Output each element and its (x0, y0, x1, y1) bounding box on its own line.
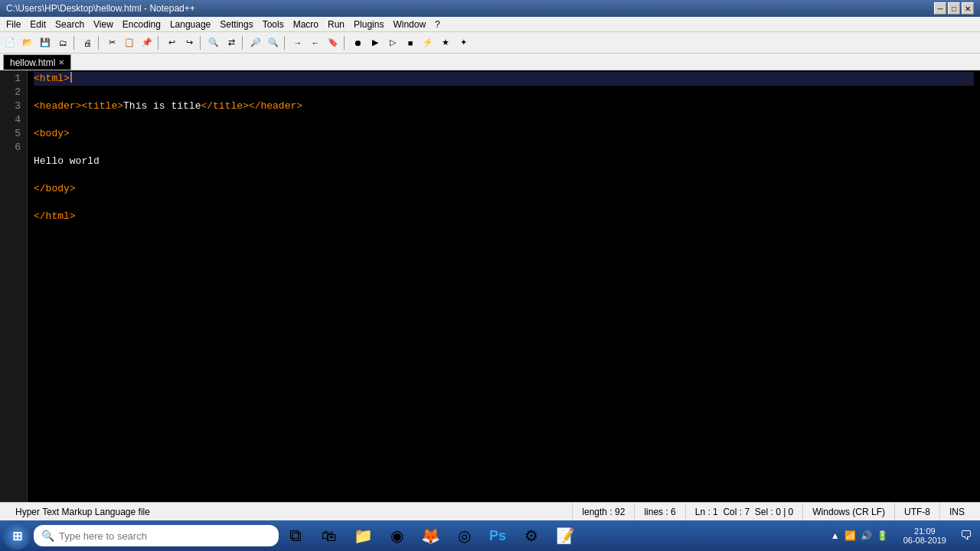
code-line-3-tag: <body> (34, 127, 70, 141)
taskbar-app-notepadpp[interactable]: 📝 (548, 522, 582, 549)
menu-item-file[interactable]: File (2, 17, 25, 31)
menu-item-language[interactable]: Language (165, 17, 215, 31)
cursor (70, 72, 72, 83)
menu-item-window[interactable]: Window (388, 17, 430, 31)
menu-item-macro[interactable]: Macro (289, 17, 323, 31)
status-position: Ln : 1 Col : 7 Sel : 0 | 0 (686, 503, 804, 520)
menu-item-plugins[interactable]: Plugins (349, 17, 388, 31)
taskview-icon: ⧉ (289, 526, 302, 546)
redo-button[interactable]: ↪ (181, 34, 198, 51)
start-button[interactable]: ⊞ (3, 522, 31, 549)
code-line-6-tag: </html> (34, 210, 76, 223)
toolbar: 📄 📂 💾 🗂 🖨 ✂ 📋 📌 ↩ ↪ 🔍 ⇄ 🔎 🔍 → ← 🔖 ⏺ ▶ ▷ … (0, 32, 980, 54)
code-area[interactable]: <html> <header><title>This is title</tit… (28, 70, 980, 502)
new-button[interactable]: 📄 (2, 34, 18, 51)
explorer-icon: 📁 (354, 527, 373, 545)
close-button[interactable]: ✕ (962, 2, 974, 15)
toolbar-separator-3 (158, 36, 161, 50)
zoom-in-button[interactable]: 🔎 (247, 34, 264, 51)
clock[interactable]: 21:09 06-08-2019 (897, 527, 952, 545)
settings-icon: ⚙ (524, 527, 538, 545)
print-button[interactable]: 🖨 (79, 34, 96, 51)
taskbar-app-media[interactable]: ◎ (447, 522, 481, 549)
search-input[interactable] (59, 530, 271, 542)
notification-button[interactable]: 🗨 (956, 525, 977, 546)
run-button[interactable]: ▷ (384, 34, 401, 51)
record-button[interactable]: ⏺ (349, 34, 366, 51)
photoshop-icon: Ps (489, 528, 506, 544)
tray-arrow[interactable]: ▲ (831, 530, 840, 541)
firefox-icon: 🦊 (421, 527, 440, 545)
save-all-button[interactable]: 🗂 (54, 34, 71, 51)
title-text: C:\Users\HP\Desktop\hellow.html - Notepa… (6, 3, 195, 14)
toolbar-separator-7 (344, 36, 347, 50)
bookmark-button[interactable]: 🔖 (325, 34, 341, 51)
toolbar-separator-4 (200, 36, 203, 50)
status-bar: Hyper Text Markup Language file length :… (0, 502, 980, 520)
open-button[interactable]: 📂 (19, 34, 36, 51)
misc-btn1[interactable]: ⚡ (420, 34, 436, 51)
code-line-1: <html> (34, 72, 974, 86)
stop-button[interactable]: ■ (402, 34, 419, 51)
menu-item-view[interactable]: View (89, 17, 118, 31)
play-button[interactable]: ▶ (367, 34, 384, 51)
line-num-4: 4 (3, 113, 21, 127)
chrome-icon: ◉ (390, 527, 403, 545)
replace-button[interactable]: ⇄ (223, 34, 240, 51)
taskbar-app-photoshop[interactable]: Ps (481, 522, 514, 549)
undo-button[interactable]: ↩ (163, 34, 180, 51)
window-controls: ─ □ ✕ (934, 2, 974, 15)
zoom-out-button[interactable]: 🔍 (265, 34, 282, 51)
outdent-button[interactable]: ← (307, 34, 324, 51)
windows-icon: ⊞ (12, 529, 22, 543)
tab-close-button[interactable]: ✕ (58, 58, 64, 67)
taskbar-app-settings[interactable]: ⚙ (514, 522, 548, 549)
indent-button[interactable]: → (289, 34, 306, 51)
taskbar-app-store[interactable]: 🛍 (312, 522, 346, 549)
taskbar: ⊞ 🔍 ⧉ 🛍 📁 ◉ 🦊 ◎ Ps ⚙ 📝 ▲ 📶 🔊 🔋 (0, 520, 980, 551)
code-line-6: </html> (34, 210, 974, 223)
code-line-2: <header><title>This is title</title></he… (34, 99, 974, 113)
clock-date: 06-08-2019 (903, 536, 946, 545)
editor[interactable]: 1 2 3 4 5 6 <html> <header><title>This i… (0, 70, 980, 502)
code-line-2-text: This is title (123, 99, 201, 113)
menu-item-?[interactable]: ? (430, 17, 445, 31)
status-lines: lines : 6 (635, 503, 685, 520)
system-tray: ▲ 📶 🔊 🔋 (825, 530, 894, 541)
code-line-3: <body> (34, 127, 974, 141)
misc-btn3[interactable]: ✦ (455, 34, 472, 51)
maximize-button[interactable]: □ (948, 2, 960, 15)
search-bar[interactable]: 🔍 (34, 525, 279, 546)
menu-item-settings[interactable]: Settings (215, 17, 257, 31)
code-line-5-tag: </body> (34, 182, 76, 196)
menu-item-run[interactable]: Run (323, 17, 349, 31)
find-button[interactable]: 🔍 (205, 34, 222, 51)
status-encoding: Windows (CR LF) (803, 503, 895, 520)
cut-button[interactable]: ✂ (103, 34, 120, 51)
code-line-4-text: Hello world (34, 155, 100, 168)
taskbar-app-explorer[interactable]: 📁 (346, 522, 380, 549)
menu-item-edit[interactable]: Edit (25, 17, 51, 31)
search-icon: 🔍 (41, 530, 54, 542)
menu-item-tools[interactable]: Tools (258, 17, 289, 31)
line-num-6: 6 (3, 141, 21, 155)
copy-button[interactable]: 📋 (121, 34, 138, 51)
menu-item-encoding[interactable]: Encoding (118, 17, 165, 31)
menu-item-search[interactable]: Search (51, 17, 89, 31)
paste-button[interactable]: 📌 (139, 34, 155, 51)
save-button[interactable]: 💾 (37, 34, 54, 51)
status-filetype: Hyper Text Markup Language file (6, 503, 573, 520)
taskbar-app-chrome[interactable]: ◉ (380, 522, 413, 549)
volume-icon[interactable]: 🔊 (861, 530, 872, 541)
misc-btn2[interactable]: ★ (437, 34, 454, 51)
taskview-button[interactable]: ⧉ (279, 522, 312, 549)
taskbar-app-firefox[interactable]: 🦊 (413, 522, 447, 549)
title-bar: C:\Users\HP\Desktop\hellow.html - Notepa… (0, 0, 980, 17)
menu-bar: FileEditSearchViewEncodingLanguageSettin… (0, 17, 980, 32)
code-line-2-tag2: </title></header> (201, 99, 302, 113)
status-charset: UTF-8 (895, 503, 940, 520)
media-icon: ◎ (458, 527, 471, 545)
line-num-5: 5 (3, 127, 21, 141)
tab-hellow-html[interactable]: hellow.html ✕ (3, 54, 71, 70)
minimize-button[interactable]: ─ (934, 2, 946, 15)
